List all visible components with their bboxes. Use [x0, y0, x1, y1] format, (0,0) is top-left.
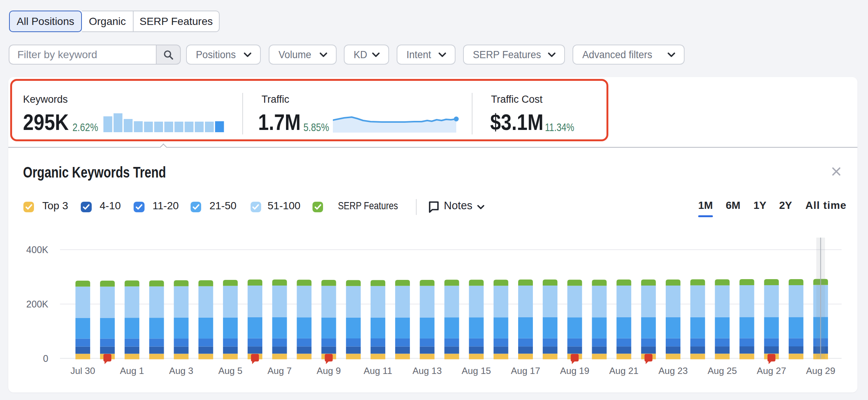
svg-text:Aug 19: Aug 19 [560, 366, 589, 376]
svg-text:Aug 25: Aug 25 [708, 366, 737, 376]
svg-text:Aug 17: Aug 17 [511, 366, 540, 376]
svg-text:Aug 3: Aug 3 [169, 366, 193, 376]
svg-text:Aug 9: Aug 9 [317, 366, 341, 376]
svg-text:400K: 400K [26, 244, 49, 255]
svg-text:Aug 7: Aug 7 [268, 366, 292, 376]
svg-text:200K: 200K [26, 299, 49, 309]
svg-text:Jul 30: Jul 30 [71, 366, 95, 376]
svg-text:Aug 27: Aug 27 [757, 366, 786, 376]
svg-text:Aug 11: Aug 11 [363, 366, 392, 376]
svg-text:Aug 13: Aug 13 [412, 366, 442, 376]
svg-text:Aug 15: Aug 15 [462, 366, 491, 376]
svg-text:Aug 29: Aug 29 [806, 366, 836, 376]
svg-text:0: 0 [43, 353, 48, 364]
svg-text:Aug 1: Aug 1 [120, 366, 144, 376]
svg-text:Aug 23: Aug 23 [659, 366, 688, 376]
svg-text:Aug 5: Aug 5 [218, 366, 242, 376]
svg-text:Aug 21: Aug 21 [609, 366, 639, 376]
